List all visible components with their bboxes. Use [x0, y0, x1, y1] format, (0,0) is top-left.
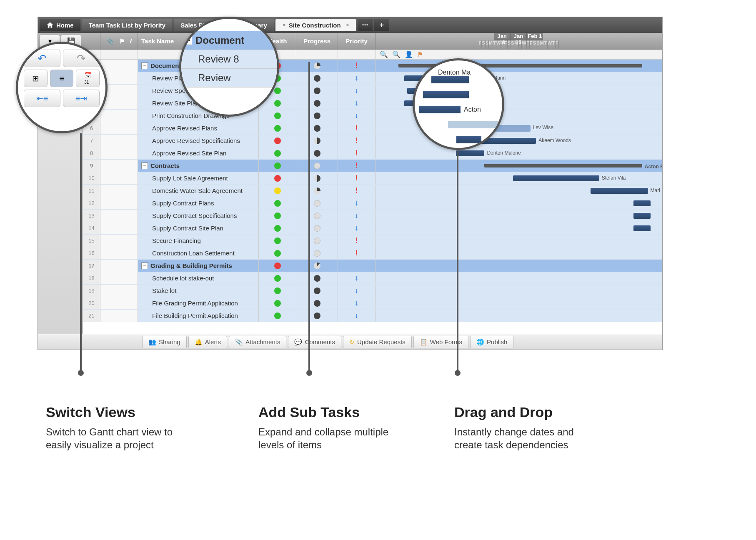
tab-site-construction[interactable]: ▼ Site Construction ×: [275, 19, 356, 31]
tab-home[interactable]: Home: [40, 19, 80, 31]
priority-cell[interactable]: ↓: [338, 72, 375, 84]
task-name-cell[interactable]: Secure Financing: [138, 235, 259, 247]
priority-cell[interactable]: !: [338, 247, 375, 259]
health-cell[interactable]: [259, 172, 296, 184]
priority-cell[interactable]: !: [338, 147, 375, 159]
priority-cell[interactable]: !: [338, 160, 375, 172]
sharing-button[interactable]: 👥Sharing: [142, 336, 187, 348]
update-requests-button[interactable]: ↻Update Requests: [343, 336, 412, 348]
health-cell[interactable]: [259, 260, 296, 272]
progress-cell[interactable]: [296, 297, 338, 309]
tab-add-button[interactable]: +: [374, 19, 389, 31]
gantt-bar[interactable]: Stefan Vila: [513, 175, 599, 181]
task-row[interactable]: 4Review Site Plan↓Denton Malone: [83, 97, 662, 110]
priority-cell[interactable]: !: [338, 60, 375, 72]
health-cell[interactable]: [259, 185, 296, 197]
col-progress[interactable]: Progress: [296, 33, 338, 49]
progress-cell[interactable]: [296, 210, 338, 222]
progress-cell[interactable]: [296, 235, 338, 247]
alerts-button[interactable]: 🔔Alerts: [188, 336, 227, 348]
task-row[interactable]: 20File Grading Permit Application↓: [83, 297, 662, 310]
priority-cell[interactable]: !: [338, 135, 375, 147]
flag-small-icon[interactable]: ⚑: [417, 50, 423, 58]
gantt-bar[interactable]: [633, 200, 651, 206]
collapse-icon[interactable]: −: [141, 262, 148, 269]
priority-cell[interactable]: ↓: [338, 310, 375, 322]
task-row[interactable]: 8Approve Revised Site Plan!Denton Malone: [83, 147, 662, 160]
health-cell[interactable]: [259, 297, 296, 309]
task-row[interactable]: 2Review Plans↓Hadassah Dunn: [83, 72, 662, 85]
task-name-cell[interactable]: Supply Contract Plans: [138, 197, 259, 209]
health-cell[interactable]: [259, 110, 296, 122]
task-row[interactable]: 7Approve Revised Specifications!Akeem Wo…: [83, 135, 662, 147]
priority-cell[interactable]: [338, 260, 375, 272]
gantt-bar[interactable]: Denton Malone: [456, 150, 485, 156]
priority-cell[interactable]: ↓: [338, 110, 375, 122]
task-row[interactable]: 14Supply Contract Site Plan↓: [83, 222, 662, 235]
gantt-cell[interactable]: [375, 247, 662, 259]
priority-cell[interactable]: ↓: [338, 210, 375, 222]
progress-cell[interactable]: [296, 260, 338, 272]
priority-cell[interactable]: !: [338, 172, 375, 184]
task-name-cell[interactable]: Supply Lot Sale Agreement: [138, 172, 259, 184]
collapse-icon[interactable]: −: [141, 162, 148, 169]
task-row[interactable]: 16Construction Loan Settlement!: [83, 247, 662, 260]
progress-cell[interactable]: [296, 247, 338, 259]
gantt-cell[interactable]: [375, 272, 662, 284]
task-row[interactable]: 13Supply Contract Specifications↓: [83, 210, 662, 222]
task-name-cell[interactable]: Supply Contract Site Plan: [138, 222, 259, 234]
priority-cell[interactable]: ↓: [338, 85, 375, 97]
tab-overflow-button[interactable]: ···: [358, 19, 373, 31]
health-cell[interactable]: [259, 247, 296, 259]
priority-cell[interactable]: ↓: [338, 97, 375, 109]
gantt-cell[interactable]: Acton R. Sheppard: [375, 160, 662, 172]
progress-cell[interactable]: [296, 172, 338, 184]
health-cell[interactable]: [259, 210, 296, 222]
gantt-cell[interactable]: Stefan Vila: [375, 172, 662, 184]
task-row[interactable]: 18Schedule lot stake-out↓: [83, 272, 662, 285]
task-name-cell[interactable]: Approve Revised Site Plan: [138, 147, 259, 159]
task-name-cell[interactable]: File Grading Permit Application: [138, 297, 259, 309]
gantt-bar[interactable]: Mari: [591, 188, 648, 194]
progress-cell[interactable]: [296, 122, 338, 134]
task-name-cell[interactable]: File Building Permit Application: [138, 310, 259, 322]
progress-cell[interactable]: [296, 60, 338, 72]
health-cell[interactable]: [259, 285, 296, 297]
task-row[interactable]: 5Print Construction Drawings↓Acton: [83, 110, 662, 122]
gantt-cell[interactable]: Mari: [375, 185, 662, 197]
col-priority[interactable]: Priority: [338, 33, 375, 49]
health-cell[interactable]: [259, 222, 296, 234]
task-row[interactable]: 15Secure Financing!: [83, 235, 662, 247]
task-name-cell[interactable]: Approve Revised Specifications: [138, 135, 259, 147]
publish-button[interactable]: 🌐Publish: [470, 336, 513, 348]
priority-cell[interactable]: ↓: [338, 222, 375, 234]
gantt-cell[interactable]: [375, 60, 662, 72]
priority-cell[interactable]: ↓: [338, 285, 375, 297]
task-name-cell[interactable]: Schedule lot stake-out: [138, 272, 259, 284]
gantt-cell[interactable]: [375, 297, 662, 309]
progress-cell[interactable]: [296, 185, 338, 197]
gantt-cell[interactable]: [375, 235, 662, 247]
web-forms-button[interactable]: 📋Web Forms: [413, 336, 468, 348]
comments-button[interactable]: 💬Comments: [288, 336, 341, 348]
progress-cell[interactable]: [296, 272, 338, 284]
gantt-cell[interactable]: [375, 260, 662, 272]
group-row[interactable]: 9−Contracts!Acton R. Sheppard: [83, 160, 662, 172]
group-row[interactable]: 17−Grading & Building Permits: [83, 260, 662, 272]
task-row[interactable]: 6Approve Revised Plans!Lev Wise: [83, 122, 662, 135]
progress-cell[interactable]: [296, 222, 338, 234]
task-row[interactable]: 11Domestic Water Sale Agreement!Mari: [83, 185, 662, 197]
health-cell[interactable]: [259, 235, 296, 247]
progress-cell[interactable]: [296, 147, 338, 159]
gantt-cell[interactable]: [375, 210, 662, 222]
tab-team-task-list[interactable]: Team Task List by Priority: [82, 19, 173, 31]
task-name-cell[interactable]: Stake lot: [138, 285, 259, 297]
gantt-cell[interactable]: Akeem Woods: [375, 135, 662, 147]
close-icon[interactable]: ×: [346, 22, 349, 28]
task-name-cell[interactable]: −Grading & Building Permits: [138, 260, 259, 272]
health-cell[interactable]: [259, 147, 296, 159]
task-name-cell[interactable]: −Contracts: [138, 160, 259, 172]
priority-cell[interactable]: !: [338, 235, 375, 247]
task-row[interactable]: 10Supply Lot Sale Agreement!Stefan Vila: [83, 172, 662, 185]
progress-cell[interactable]: [296, 310, 338, 322]
